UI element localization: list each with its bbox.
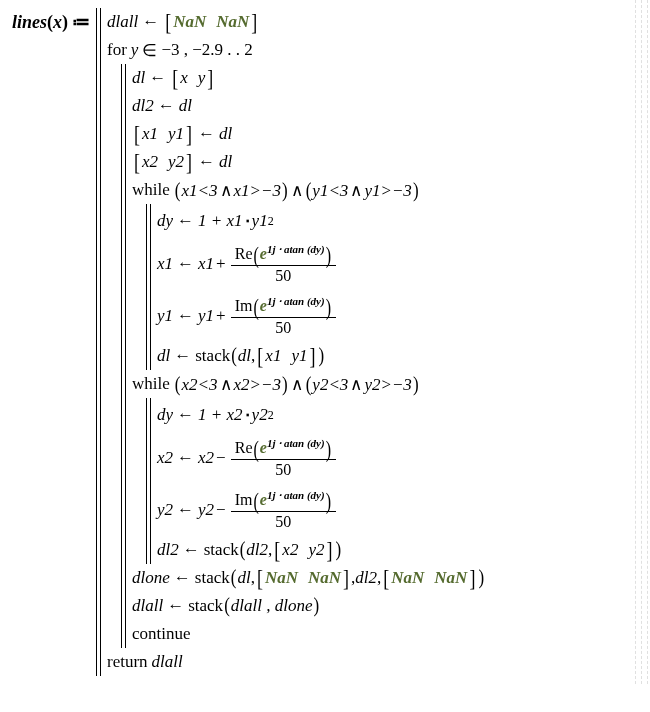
return-keyword: return bbox=[107, 652, 148, 672]
while-keyword: while bbox=[132, 374, 170, 394]
nan-1: NaN bbox=[173, 12, 206, 32]
stack-fn: stack bbox=[204, 540, 239, 560]
var-x2: x2 bbox=[157, 448, 173, 468]
line-xy2: [ x2 y2 ] ← dl bbox=[132, 148, 485, 176]
c: y2>−3 bbox=[364, 375, 412, 394]
line-for: for y ∈ −3 , −2.9 . . 2 bbox=[107, 36, 485, 64]
line-dlall2: dlall ← stack(dlall , dlone) bbox=[132, 592, 485, 620]
cell: x bbox=[180, 68, 188, 88]
block-0: dlall ← [ NaN NaN ] for y bbox=[96, 8, 485, 676]
plus: + bbox=[214, 306, 228, 326]
block-2a: dy ← 1 + x1⋅y12 x1 ← x1 + bbox=[146, 204, 485, 370]
line-y2: y2 ← y2 − Im(e1j ⋅ atan (dy)) 50 bbox=[157, 484, 342, 536]
cell: y bbox=[198, 68, 206, 88]
exp: 1j ⋅ atan (dy) bbox=[267, 489, 325, 501]
rhs: dl bbox=[219, 152, 232, 172]
cell: x1 bbox=[142, 124, 158, 144]
var-dl2: dl2 bbox=[132, 96, 154, 116]
re: Re bbox=[235, 440, 253, 457]
denom: 50 bbox=[271, 512, 295, 531]
arrow-icon: ← bbox=[145, 68, 170, 88]
denom: 50 bbox=[271, 460, 295, 479]
continue-keyword: continue bbox=[132, 624, 191, 644]
var-dl: dl bbox=[132, 68, 145, 88]
args: dlall , dlone bbox=[231, 596, 313, 616]
line-dl2-stack: dl2 ← stack(dl2 , [ x2 y2 ]) bbox=[157, 536, 342, 564]
stack-fn: stack bbox=[188, 596, 223, 616]
line-continue: continue bbox=[132, 620, 485, 648]
arrow-icon: ← bbox=[173, 254, 198, 274]
var-y1: y1 bbox=[157, 306, 173, 326]
re: Re bbox=[235, 246, 253, 263]
rhs: dl bbox=[219, 124, 232, 144]
cell: x2 bbox=[282, 540, 298, 560]
for-keyword: for bbox=[107, 40, 127, 60]
c: y2<3 bbox=[312, 375, 348, 394]
e: e bbox=[260, 492, 267, 509]
square: 2 bbox=[268, 408, 274, 423]
rhs-a: 1 + x1 bbox=[198, 211, 243, 231]
var-dlall: dlall bbox=[107, 12, 138, 32]
fraction: Re(e1j ⋅ atan (dy)) 50 bbox=[231, 243, 336, 284]
line-x2: x2 ← x2 − Re(e1j ⋅ atan (dy)) 50 bbox=[157, 432, 342, 484]
func-name: lines bbox=[12, 12, 47, 32]
base: y2 bbox=[198, 500, 214, 520]
c: x1>−3 bbox=[234, 181, 282, 200]
for-var: y bbox=[131, 40, 139, 60]
fraction: Im(e1j ⋅ atan (dy)) 50 bbox=[231, 295, 336, 336]
stack-fn: stack bbox=[195, 568, 230, 588]
arrow-icon: ← bbox=[170, 346, 195, 366]
arrow-icon: ← bbox=[154, 96, 179, 116]
cell: y2 bbox=[308, 540, 324, 560]
c: y1>−3 bbox=[364, 181, 412, 200]
var-y2: y2 bbox=[157, 500, 173, 520]
nan: NaN bbox=[308, 568, 341, 588]
denom: 50 bbox=[271, 266, 295, 285]
code-region: lines(x)≔ dlall ← [ NaN NaN ] bbox=[0, 0, 650, 684]
arrow-icon: ← bbox=[138, 12, 163, 32]
line-return: return dlall bbox=[107, 648, 485, 676]
c: x2<3 bbox=[181, 375, 217, 394]
for-range: −3 , −2.9 . . 2 bbox=[161, 40, 252, 60]
arrow-icon: ← bbox=[179, 540, 204, 560]
nan: NaN bbox=[265, 568, 298, 588]
a: dl bbox=[237, 568, 250, 588]
var-dy: dy bbox=[157, 211, 173, 231]
arrow-icon: ← bbox=[173, 405, 198, 425]
in-symbol: ∈ bbox=[142, 40, 157, 61]
line-xy1: [ x1 y1 ] ← dl bbox=[132, 120, 485, 148]
block-1: dl ← [ x y ] dl2 ← dl bbox=[121, 64, 485, 648]
block-2b: dy ← 1 + x2⋅y22 x2 ← x2 − bbox=[146, 398, 485, 564]
line-dlall-init: dlall ← [ NaN NaN ] bbox=[107, 8, 485, 36]
line-while-1: while (x1<3∧x1>−3)∧(y1<3∧y1>−3) bbox=[132, 176, 485, 204]
fraction: Re(e1j ⋅ atan (dy)) 50 bbox=[231, 437, 336, 478]
line-dl: dl ← [ x y ] bbox=[132, 64, 485, 92]
arrow-icon: ← bbox=[163, 596, 188, 616]
nan-2: NaN bbox=[216, 12, 249, 32]
minus: − bbox=[214, 500, 228, 520]
e: e bbox=[260, 298, 267, 315]
nan: NaN bbox=[434, 568, 467, 588]
e: e bbox=[260, 246, 267, 263]
c: x2>−3 bbox=[234, 375, 282, 394]
matrix-nan: [ NaN NaN ] bbox=[163, 12, 259, 33]
cell: y1 bbox=[168, 124, 184, 144]
definition-row: lines(x)≔ dlall ← [ NaN NaN ] bbox=[12, 8, 638, 676]
arrow-icon: ← bbox=[173, 448, 198, 468]
arrow-icon: ← bbox=[173, 500, 198, 520]
return-var: dlall bbox=[152, 652, 183, 672]
base: x2 bbox=[198, 448, 214, 468]
var-x1: x1 bbox=[157, 254, 173, 274]
base: y1 bbox=[198, 306, 214, 326]
base: x1 bbox=[198, 254, 214, 274]
square: 2 bbox=[268, 214, 274, 229]
rhs-b: y2 bbox=[252, 405, 268, 425]
line-dy2: dy ← 1 + x2⋅y22 bbox=[157, 398, 342, 432]
c: x1<3 bbox=[181, 181, 217, 200]
line-dlone: dlone ← stack(dl , [NaNNaN] , dl2 , [NaN… bbox=[132, 564, 485, 592]
line-dl-stack: dl ← stack(dl , [ x1 y1 ]) bbox=[157, 342, 339, 370]
fraction: Im(e1j ⋅ atan (dy)) 50 bbox=[231, 489, 336, 530]
var-dy: dy bbox=[157, 405, 173, 425]
var-dl: dl bbox=[157, 346, 170, 366]
e: e bbox=[260, 440, 267, 457]
